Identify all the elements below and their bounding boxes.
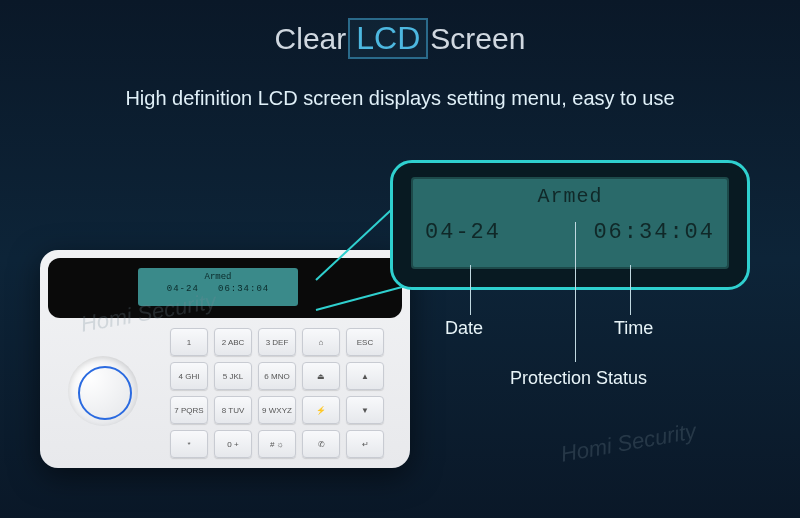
keypad-key[interactable]: 1 <box>170 328 208 356</box>
callout-date: 04-24 <box>425 220 501 245</box>
keypad-key[interactable]: 7 PQRS <box>170 396 208 424</box>
device-body: 12 ABC3 DEF⌂ESC4 GHI5 JKL6 MNO⏏▲7 PQRS8 … <box>40 318 410 468</box>
keypad-key[interactable]: 3 DEF <box>258 328 296 356</box>
label-status: Protection Status <box>510 368 647 389</box>
keypad-key[interactable]: 4 GHI <box>170 362 208 390</box>
device-lcd-screen: Armed 04-24 06:34:04 <box>138 268 298 306</box>
keypad-key[interactable]: 6 MNO <box>258 362 296 390</box>
leader-line-date <box>470 265 471 315</box>
label-date: Date <box>445 318 483 339</box>
keypad-key[interactable]: ⏏ <box>302 362 340 390</box>
keypad-key[interactable]: # ☼ <box>258 430 296 458</box>
title: Clear LCD Screen <box>0 0 800 59</box>
leader-line-time <box>630 265 631 315</box>
keypad-key[interactable]: ▲ <box>346 362 384 390</box>
keypad-key[interactable]: 9 WXYZ <box>258 396 296 424</box>
keypad-grid: 12 ABC3 DEF⌂ESC4 GHI5 JKL6 MNO⏏▲7 PQRS8 … <box>170 328 384 458</box>
keypad-key[interactable]: 0 + <box>214 430 252 458</box>
title-word-screen: Screen <box>430 22 525 56</box>
title-word-clear: Clear <box>275 22 347 56</box>
alarm-keypad-device: Armed 04-24 06:34:04 12 ABC3 DEF⌂ESC4 GH… <box>40 250 410 468</box>
callout-time: 06:34:04 <box>593 220 715 245</box>
device-lcd-datetime: 04-24 06:34:04 <box>138 284 298 296</box>
device-lcd-status: Armed <box>138 272 298 284</box>
keypad-key[interactable]: ⌂ <box>302 328 340 356</box>
keypad-key[interactable]: ✆ <box>302 430 340 458</box>
keypad-key[interactable]: ESC <box>346 328 384 356</box>
stage: Armed 04-24 06:34:04 12 ABC3 DEF⌂ESC4 GH… <box>0 140 800 518</box>
speaker-ring-icon <box>68 356 138 426</box>
keypad-key[interactable]: 2 ABC <box>214 328 252 356</box>
keypad-key[interactable]: ⚡ <box>302 396 340 424</box>
callout-datetime: 04-24 06:34:04 <box>425 220 715 245</box>
callout-status: Armed <box>425 185 715 208</box>
keypad-key[interactable]: 5 JKL <box>214 362 252 390</box>
label-time: Time <box>614 318 653 339</box>
keypad-key[interactable]: ▼ <box>346 396 384 424</box>
keypad-key[interactable]: 8 TUV <box>214 396 252 424</box>
device-bezel: Armed 04-24 06:34:04 <box>48 258 402 318</box>
callout-lcd-screen: Armed 04-24 06:34:04 <box>411 177 729 269</box>
title-lcd-badge: LCD <box>348 18 428 59</box>
lcd-zoom-callout: Armed 04-24 06:34:04 <box>390 160 750 290</box>
keypad-key[interactable]: * <box>170 430 208 458</box>
leader-line-status <box>575 222 576 362</box>
subtitle: High definition LCD screen displays sett… <box>0 87 800 110</box>
keypad-key[interactable]: ↵ <box>346 430 384 458</box>
